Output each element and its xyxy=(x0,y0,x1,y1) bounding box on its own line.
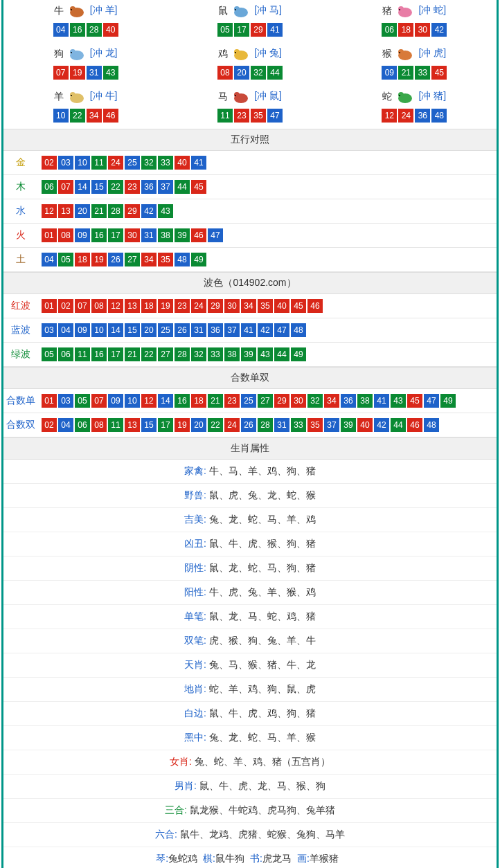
attr-key: 阳性: xyxy=(184,586,206,597)
attr-key: 三合: xyxy=(165,804,187,815)
row-label: 合数双 xyxy=(3,419,38,431)
qqsh-value: 兔蛇鸡 xyxy=(168,853,197,864)
number-badge: 38 xyxy=(158,228,173,242)
attr-row: 天肖:兔、马、猴、猪、牛、龙 xyxy=(3,653,497,678)
number-badge: 34 xyxy=(324,394,339,408)
row-numbers: 0102070812131819232429303435404546 xyxy=(38,298,497,314)
zodiac-header: 猪[冲 蛇] xyxy=(332,3,497,19)
attr-rows: 家禽:牛、马、羊、鸡、狗、猪野兽:鼠、虎、兔、龙、蛇、猴吉美:兔、龙、蛇、马、羊… xyxy=(3,460,497,847)
number-badge: 29 xyxy=(125,204,140,218)
number-badge: 09 xyxy=(382,66,397,80)
svg-point-23 xyxy=(235,95,236,96)
attr-value: 牛、虎、兔、羊、猴、鸡 xyxy=(209,586,316,597)
attr-value: 兔、蛇、羊、鸡、猪（五宫肖） xyxy=(195,756,330,767)
number-badge: 21 xyxy=(208,394,223,408)
zodiac-header: 羊[冲 牛] xyxy=(3,89,168,105)
number-badge: 06 xyxy=(42,180,57,194)
number-badge: 28 xyxy=(108,204,123,218)
number-badge: 35 xyxy=(258,299,273,313)
number-badge: 27 xyxy=(125,253,140,266)
number-badge: 41 xyxy=(241,323,256,337)
attr-row: 六合:鼠牛、龙鸡、虎猪、蛇猴、兔狗、马羊 xyxy=(3,823,497,847)
row-numbers: 03040910141520252631363741424748 xyxy=(38,323,497,338)
number-badge: 35 xyxy=(251,109,266,123)
svg-point-20 xyxy=(71,95,72,96)
attr-key: 凶丑: xyxy=(184,538,206,549)
number-badge: 47 xyxy=(208,228,223,242)
attr-value: 兔、马、猴、猪、牛、龙 xyxy=(209,659,316,670)
attr-value: 鼠牛、龙鸡、虎猪、蛇猴、兔狗、马羊 xyxy=(180,829,345,840)
number-badge: 15 xyxy=(125,323,140,337)
number-badge: 02 xyxy=(58,299,73,313)
number-badge: 02 xyxy=(42,156,57,170)
number-badge: 22 xyxy=(208,418,223,432)
number-badge: 41 xyxy=(267,23,283,37)
zodiac-numbers: 07193143 xyxy=(3,65,168,80)
number-badge: 01 xyxy=(42,299,57,313)
number-badge: 30 xyxy=(224,299,240,313)
svg-point-25 xyxy=(398,92,404,98)
zodiac-cell: 猪[冲 蛇]06183042 xyxy=(332,0,497,43)
number-badge: 15 xyxy=(141,418,157,432)
attr-value: 虎、猴、狗、兔、羊、牛 xyxy=(209,635,316,646)
qin-qi-shu-hua-row: 琴:兔蛇鸡棋:鼠牛狗书:虎龙马画:羊猴猪 xyxy=(3,847,497,868)
number-badge: 42 xyxy=(374,418,389,432)
number-badge: 31 xyxy=(87,66,102,80)
number-badge: 11 xyxy=(75,347,90,361)
bose-rows: 红波0102070812131819232429303435404546蓝波03… xyxy=(3,294,497,367)
number-badge: 22 xyxy=(108,180,123,194)
number-badge: 26 xyxy=(175,323,190,337)
wuxing-title: 五行对照 xyxy=(3,129,497,151)
zodiac-name: 马 xyxy=(218,91,228,103)
zodiac-cell: 鼠[冲 马]05172941 xyxy=(168,0,332,43)
number-badge: 40 xyxy=(357,418,373,432)
number-badge: 44 xyxy=(267,66,283,80)
zodiac-header: 蛇[冲 猪] xyxy=(332,89,497,105)
attr-row: 地肖:蛇、羊、鸡、狗、鼠、虎 xyxy=(3,678,497,702)
number-badge: 17 xyxy=(234,23,249,37)
number-badge: 14 xyxy=(158,394,173,408)
zodiac-name: 鼠 xyxy=(218,5,228,17)
attr-key: 六合: xyxy=(155,829,177,840)
svg-point-14 xyxy=(235,52,236,53)
zodiac-conflict: [冲 鼠] xyxy=(254,90,282,101)
number-badge: 41 xyxy=(191,156,206,170)
number-badge: 19 xyxy=(175,418,190,432)
qqsh-label: 棋: xyxy=(203,853,215,864)
number-badge: 37 xyxy=(224,323,240,337)
number-badge: 44 xyxy=(391,418,406,432)
attr-value: 鼠、龙、蛇、马、狗、猪 xyxy=(209,562,316,573)
number-badge: 07 xyxy=(53,66,69,80)
attr-key: 黑中: xyxy=(184,732,206,743)
zodiac-animal-icon xyxy=(65,46,89,62)
number-badge: 45 xyxy=(191,180,206,194)
attr-row: 三合:鼠龙猴、牛蛇鸡、虎马狗、兔羊猪 xyxy=(3,799,497,823)
number-badge: 36 xyxy=(341,394,356,408)
number-badge: 21 xyxy=(125,347,140,361)
attr-value: 鼠、牛、虎、猴、狗、猪 xyxy=(209,538,316,549)
attr-row: 男肖:鼠、牛、虎、龙、马、猴、狗 xyxy=(3,775,497,799)
number-badge: 21 xyxy=(91,204,107,218)
zodiac-conflict: [冲 虎] xyxy=(418,47,446,58)
heshu-rows: 合数单0103050709101214161821232527293032343… xyxy=(3,389,497,437)
number-badge: 06 xyxy=(75,418,90,432)
number-badge: 26 xyxy=(108,253,123,266)
number-row: 合数双0204060811131517192022242628313335373… xyxy=(3,413,497,437)
heshu-title: 合数单双 xyxy=(3,367,497,389)
number-badge: 18 xyxy=(75,253,90,266)
number-badge: 10 xyxy=(53,109,69,123)
row-numbers: 04051819262734354849 xyxy=(38,252,497,267)
number-badge: 13 xyxy=(125,299,140,313)
zodiac-name: 狗 xyxy=(54,48,64,60)
number-badge: 43 xyxy=(391,394,406,408)
number-badge: 20 xyxy=(75,204,90,218)
svg-point-16 xyxy=(398,49,404,55)
number-badge: 24 xyxy=(398,109,413,123)
number-badge: 29 xyxy=(208,299,223,313)
number-badge: 19 xyxy=(91,253,107,266)
number-badge: 16 xyxy=(175,394,190,408)
number-row: 金02031011242532334041 xyxy=(3,151,497,175)
number-badge: 17 xyxy=(158,418,173,432)
number-badge: 41 xyxy=(374,394,389,408)
number-badge: 31 xyxy=(191,323,206,337)
